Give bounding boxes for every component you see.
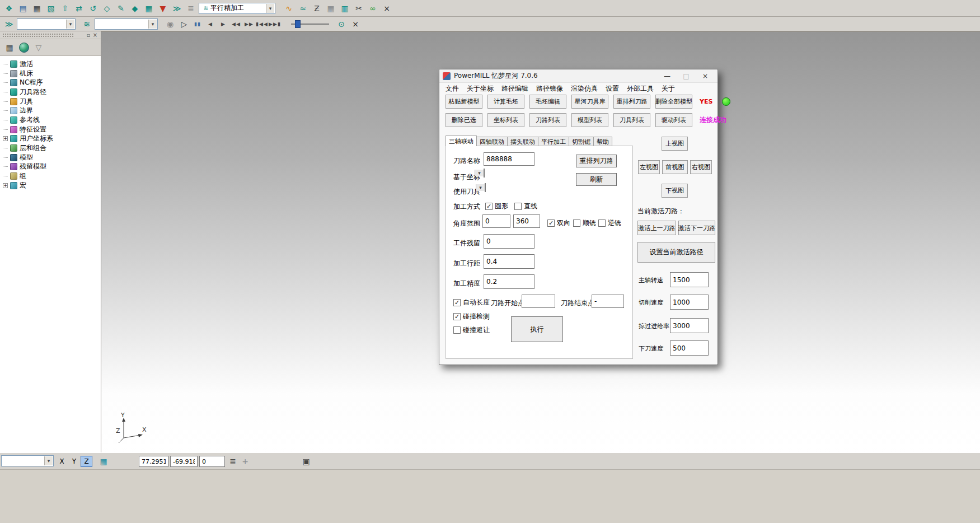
tree-item-levels[interactable]: 层和组合 [2, 143, 101, 153]
bidirectional-checkbox[interactable]: 双向 [547, 218, 570, 228]
view-top-button[interactable]: 上视图 [662, 137, 688, 151]
tree-item-nc-programs[interactable]: NC程序 [2, 78, 101, 87]
shield-icon[interactable]: ▽ [34, 41, 44, 54]
cutting-feed-field[interactable] [670, 295, 709, 310]
new-project-icon[interactable]: ❖ [3, 2, 15, 15]
tree-item-groups[interactable]: 组 [2, 171, 101, 181]
transform-icon[interactable]: ⇄ [73, 2, 85, 15]
tab-4axis[interactable]: 四轴联动 [476, 137, 508, 146]
wizard-icon[interactable]: ≫ [171, 2, 183, 15]
strategy-page-icon[interactable]: ≣ [185, 2, 197, 15]
rewind-icon[interactable]: ◀◀ [231, 18, 242, 30]
line-checkbox[interactable]: 直线 [514, 202, 537, 211]
angle-end-field[interactable] [513, 214, 540, 228]
collision-detect-checkbox[interactable]: 碰撞检测 [453, 312, 490, 321]
viewports-icon[interactable]: ▣ [300, 455, 312, 468]
toolpath-name-field[interactable] [484, 152, 534, 166]
close-toolbar-icon[interactable]: × [381, 2, 393, 15]
go-end-icon[interactable]: ▶▶▮ [269, 18, 280, 30]
collision-avoid-checkbox[interactable]: 碰撞避让 [453, 325, 490, 335]
lightbulb-icon[interactable]: ◉ [164, 18, 176, 30]
close-panel-icon[interactable]: × [92, 32, 99, 38]
activate-next-button[interactable]: 激活下一刀路 [678, 221, 715, 235]
tab-3axis[interactable]: 三轴联动 [446, 136, 477, 146]
view-front-button[interactable]: 前视图 [662, 160, 688, 174]
float-panel-icon[interactable]: ▫ [85, 32, 92, 38]
tab-saw[interactable]: 切割锯 [569, 137, 594, 146]
expand-icon[interactable]: + [3, 183, 8, 188]
tab-parallel[interactable]: 平行加工 [538, 137, 569, 146]
set-active-path-button[interactable]: 设置当前激活路径 [637, 242, 715, 263]
y-axis-button[interactable]: Y [68, 456, 80, 467]
graph-icon[interactable]: ≈ [297, 2, 309, 15]
plunge-feed-field[interactable] [670, 340, 709, 356]
tree-item-patterns[interactable]: 参考线 [2, 115, 101, 125]
cursor-y-field[interactable] [170, 456, 198, 467]
strategy-combobox[interactable]: ≋ 平行精加工 ▾ [199, 3, 275, 14]
conventional-checkbox[interactable]: 逆铣 [598, 218, 621, 228]
menu-render-sim[interactable]: 渲染仿真 [571, 84, 598, 94]
stepover-field[interactable] [484, 254, 534, 269]
block-icon[interactable]: ▧ [45, 2, 57, 15]
delete-all-models-button[interactable]: 删除全部模型 [655, 95, 692, 109]
menu-path-edit[interactable]: 路径编辑 [501, 84, 528, 94]
tolerance-field[interactable] [484, 274, 534, 289]
menu-path-mirror[interactable]: 路径镜像 [536, 84, 563, 94]
rearrange-toolpaths-button[interactable]: 重排列刀路 [613, 95, 650, 109]
slider-handle[interactable] [295, 20, 301, 28]
simulation-speed-slider[interactable] [290, 19, 330, 29]
zlevel-icon[interactable]: Ƶ [311, 2, 323, 15]
dialog-titlebar[interactable]: PowerMILL 忆梦星河 7.0.6 — □ × [439, 69, 718, 83]
pause-icon[interactable]: ▮▮ [192, 18, 203, 30]
activate-prev-button[interactable]: 激活上一刀路 [637, 221, 676, 235]
tool-list-button[interactable]: 刀具列表 [613, 113, 650, 127]
tree-item-active[interactable]: 激活 [2, 59, 101, 69]
binoculars-icon[interactable]: ∞ [367, 2, 379, 15]
cursor-x-field[interactable] [139, 456, 168, 467]
coord-select[interactable]: ▾ [484, 169, 485, 178]
chevron-down-icon[interactable]: ▾ [475, 170, 484, 176]
save-project-icon[interactable]: ▤ [17, 2, 29, 15]
menu-coords[interactable]: 关于坐标 [467, 84, 494, 94]
execute-button[interactable]: 执行 [511, 316, 563, 342]
z-axis-button[interactable]: Z [81, 456, 92, 467]
panel-grip[interactable]: ▫ × [0, 31, 101, 39]
tree-item-tools[interactable]: 刀具 [2, 97, 101, 106]
paste-new-model-button[interactable]: 粘贴新模型 [446, 95, 482, 109]
globe-icon[interactable] [19, 43, 29, 53]
refresh-button[interactable]: 刷新 [576, 173, 617, 186]
end-point-field[interactable] [592, 295, 624, 308]
model-list-button[interactable]: 模型列表 [571, 113, 608, 127]
close-sim-toolbar-icon[interactable]: × [349, 18, 362, 30]
step-back-icon[interactable]: ◀ [205, 18, 216, 30]
maximize-button[interactable]: □ [678, 72, 694, 80]
stock-allowance-field[interactable] [484, 234, 534, 249]
minimize-button[interactable]: — [659, 72, 675, 80]
compute-stock-button[interactable]: 计算毛坯 [487, 95, 524, 109]
tree-view-icon[interactable]: ▦ [4, 41, 15, 54]
chevron-down-icon[interactable]: ▾ [148, 20, 157, 29]
grid-icon[interactable]: ▦ [143, 2, 155, 15]
expand-icon[interactable]: + [3, 136, 8, 141]
view-right-button[interactable]: 右视图 [690, 160, 712, 174]
toolpath-select-icon[interactable]: ≋ [81, 18, 93, 30]
toolpath-icon[interactable]: ∿ [283, 2, 295, 15]
measure-icon[interactable]: ◆ [129, 2, 141, 15]
step-forward-icon[interactable]: ▶ [218, 18, 229, 30]
drive-list-button[interactable]: 驱动列表 [655, 113, 692, 127]
menu-about[interactable]: 关于 [662, 84, 675, 94]
view-bottom-button[interactable]: 下视图 [662, 184, 688, 198]
chevron-down-icon[interactable]: ▾ [476, 184, 485, 191]
rearrange-button[interactable]: 重排列刀路 [576, 155, 617, 167]
stock-edit-button[interactable]: 毛坯编辑 [529, 95, 566, 109]
tree-item-machine[interactable]: 机床 [2, 69, 101, 78]
boundary-icon[interactable]: ◇ [101, 2, 113, 15]
menu-file[interactable]: 文件 [446, 84, 459, 94]
tree-item-feature-sets[interactable]: 特征设置 [2, 125, 101, 134]
angle-start-field[interactable] [482, 214, 510, 228]
cursor-z-field[interactable] [199, 456, 225, 467]
start-point-field[interactable] [522, 295, 555, 308]
skim-feed-field[interactable] [670, 318, 709, 333]
coord-list-button[interactable]: 坐标列表 [487, 113, 524, 127]
tab-swivel[interactable]: 摆头联动 [507, 137, 538, 146]
